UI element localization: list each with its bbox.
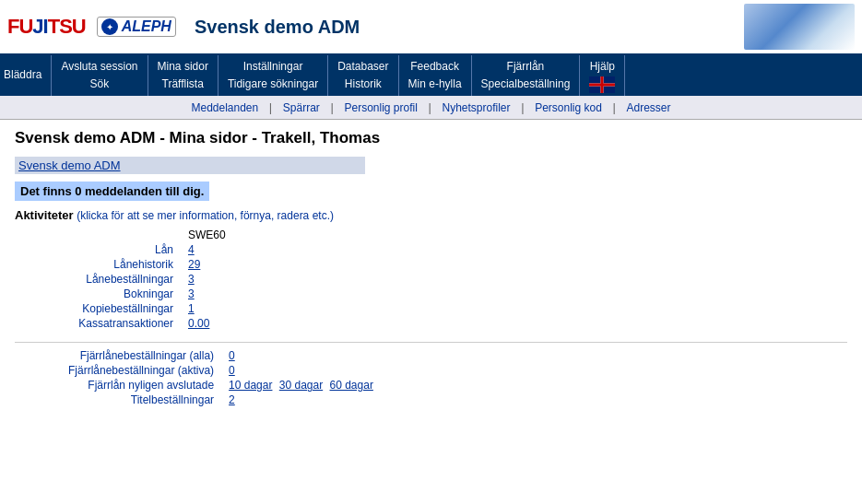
fjarr-label: Fjärrlånebeställningar (aktiva) <box>61 363 221 378</box>
nav-mina-sidor[interactable]: Mina sidor Träfflista <box>148 55 218 96</box>
fjarr-label: Fjärrlån nyligen avslutade <box>61 378 221 393</box>
activity-label: Lånebeställningar <box>61 272 181 287</box>
activity-row: Lånehistorik 29 <box>61 257 233 272</box>
navbar: Bläddra Avsluta session Sök Mina sidor T… <box>0 55 862 96</box>
activities-table: SWE60 Lån 4 Lånehistorik 29 Lånebeställn… <box>61 228 233 331</box>
activity-value[interactable]: 3 <box>181 287 233 301</box>
fjarr-values: 0 <box>221 348 384 363</box>
fjarr-table: Fjärrlånebeställningar (alla) 0 Fjärrlån… <box>61 348 384 407</box>
aleph-logo: ✦ ALEPH <box>97 17 176 37</box>
activity-row: Kassatransaktioner 0.00 <box>61 316 233 331</box>
subnav-meddelanden[interactable]: Meddelanden <box>183 101 266 114</box>
nav-feedback-link[interactable]: Feedback <box>410 58 459 76</box>
activity-value[interactable]: 4 <box>181 242 233 257</box>
activity-row: Lån 4 <box>61 242 233 257</box>
fjarr-values: 2 <box>221 393 384 407</box>
fjarr-link[interactable]: 10 dagar <box>229 379 272 392</box>
fjarr-link[interactable]: 2 <box>229 393 235 406</box>
nav-specialbestallning-link[interactable]: Specialbeställning <box>481 76 571 93</box>
fjarr-values: 0 <box>221 363 384 378</box>
message-box: Det finns 0 meddelanden till dig. <box>15 182 209 201</box>
nav-historik-link[interactable]: Historik <box>345 76 382 93</box>
fujitsu-logo: FUJITSU <box>7 15 86 39</box>
nav-mina-sidor-link[interactable]: Mina sidor <box>158 58 208 76</box>
fjarr-row: Titelbeställningar 2 <box>61 393 384 407</box>
nav-hjalp[interactable]: Hjälp <box>580 55 625 96</box>
activity-link[interactable]: 1 <box>188 302 195 315</box>
fjarr-link[interactable]: 0 <box>229 349 235 362</box>
nav-fjarrlan[interactable]: Fjärrlån Specialbeställning <box>472 55 581 96</box>
activity-link[interactable]: 0.00 <box>188 317 209 330</box>
nav-avsluta-link[interactable]: Avsluta session <box>61 58 137 76</box>
nav-databaser-link[interactable]: Databaser <box>337 58 388 76</box>
fjarr-label: Titelbeställningar <box>61 393 221 407</box>
activity-link[interactable]: 4 <box>188 243 195 256</box>
subnav-sep1: | <box>269 100 276 114</box>
col-swe60-header: SWE60 <box>181 228 233 242</box>
nav-feedback[interactable]: Feedback Min e-hylla <box>399 55 472 96</box>
activity-label: Lånehistorik <box>61 257 181 272</box>
activity-value[interactable]: 1 <box>181 301 233 316</box>
activity-label: Kassatransaktioner <box>61 316 181 331</box>
fjarr-link[interactable]: 0 <box>229 364 235 377</box>
fjarr-link[interactable]: 30 dagar <box>279 379 323 392</box>
activity-value[interactable]: 3 <box>181 272 233 287</box>
aktiviteter-hint: (klicka för att se mer information, förn… <box>77 209 334 222</box>
activity-link[interactable]: 3 <box>188 287 195 300</box>
nav-hjalp-link[interactable]: Hjälp <box>590 58 615 76</box>
subnav-sparrar[interactable]: Spärrar <box>276 101 327 114</box>
fjarr-values: 10 dagar 30 dagar 60 dagar <box>221 378 384 393</box>
subnav-personlig-kod[interactable]: Personlig kod <box>527 101 609 114</box>
activity-label: Lån <box>61 242 181 257</box>
nav-fjarrlan-link[interactable]: Fjärrlån <box>507 58 545 76</box>
activity-value[interactable]: 29 <box>181 257 233 272</box>
subnav-adresser[interactable]: Adresser <box>619 101 678 114</box>
nav-sok-link[interactable]: Sök <box>90 76 110 93</box>
app-title: Svensk demo ADM <box>195 17 360 38</box>
activity-label: Kopiebeställningar <box>61 301 181 316</box>
svensk-demo-adm-link[interactable]: Svensk demo ADM <box>15 157 365 174</box>
activity-value[interactable]: 0.00 <box>181 316 233 331</box>
nav-bladddra[interactable]: Bläddra <box>0 55 52 96</box>
nav-installningar-link[interactable]: Inställningar <box>243 58 303 76</box>
col-label-header <box>61 228 181 242</box>
nav-min-ehylla-link[interactable]: Min e-hylla <box>408 76 462 93</box>
nav-trafflista-link[interactable]: Träfflista <box>162 76 204 93</box>
subnav: Meddelanden | Spärrar | Personlig profil… <box>0 96 862 120</box>
section-divider <box>15 342 847 343</box>
page-title: Svensk demo ADM - Mina sidor - Trakell, … <box>15 129 847 147</box>
fjarr-row: Fjärrlånebeställningar (alla) 0 <box>61 348 384 363</box>
nav-tidigare-link[interactable]: Tidigare sökningar <box>228 76 318 93</box>
activity-link[interactable]: 3 <box>188 273 195 286</box>
activity-label: Bokningar <box>61 287 181 301</box>
fjarr-link[interactable]: 60 dagar <box>330 379 373 392</box>
fjarr-label: Fjärrlånebeställningar (alla) <box>61 348 221 363</box>
aktiviteter-label: Aktiviteter <box>15 208 74 222</box>
activity-row: Kopiebeställningar 1 <box>61 301 233 316</box>
header: FUJITSU ✦ ALEPH Svensk demo ADM <box>0 0 862 55</box>
aktiviteter-header: Aktiviteter (klicka för att se mer infor… <box>15 208 847 222</box>
activity-row: Bokningar 3 <box>61 287 233 301</box>
fjarr-row: Fjärrlånebeställningar (aktiva) 0 <box>61 363 384 378</box>
aleph-icon: ✦ <box>101 18 118 35</box>
nav-bladdra-link[interactable]: Bläddra <box>4 66 41 84</box>
nav-installningar[interactable]: Inställningar Tidigare sökningar <box>218 55 328 96</box>
subnav-personlig-profil[interactable]: Personlig profil <box>337 101 424 114</box>
header-decoration <box>744 4 855 50</box>
main-content: Svensk demo ADM - Mina sidor - Trakell, … <box>0 120 862 416</box>
fjarr-row: Fjärrlån nyligen avslutade 10 dagar 30 d… <box>61 378 384 393</box>
subnav-nyhetsprofiler[interactable]: Nyhetsprofiler <box>434 101 517 114</box>
nav-databaser[interactable]: Databaser Historik <box>328 55 398 96</box>
flag-icon <box>589 76 615 93</box>
activity-row: Lånebeställningar 3 <box>61 272 233 287</box>
aleph-text: ALEPH <box>122 18 171 35</box>
activity-link[interactable]: 29 <box>188 258 200 271</box>
nav-session[interactable]: Avsluta session Sök <box>52 55 148 96</box>
